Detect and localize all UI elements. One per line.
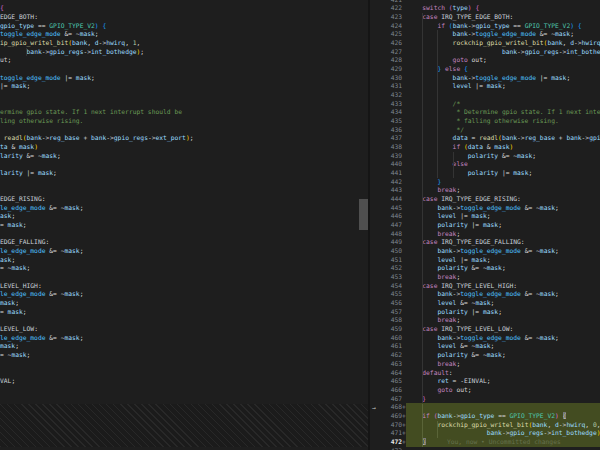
modified-code-line[interactable]: bank->toggle_edge_mode &= ~mask; [406,204,600,213]
line-number[interactable]: 458 [370,316,402,325]
line-number[interactable]: 441 [370,169,402,178]
line-number[interactable]: 428 [370,56,402,65]
modified-code-line[interactable]: case IRQ_TYPE_LEVEL_HIGH: [406,282,600,291]
modified-code-line[interactable]: break; [406,273,600,282]
line-number[interactable]: 438 [370,143,402,152]
modified-code-line[interactable]: polarity |= mask; [406,308,600,317]
line-number[interactable]: 446 [370,212,402,221]
original-code-line[interactable] [0,230,368,239]
line-number[interactable]: 439 [370,152,402,161]
line-number[interactable]: 442 [370,178,402,187]
original-code-area[interactable]: {EDGE_BOTH:gpio_type == GPIO_TYPE_V2) {t… [0,0,368,450]
original-code-line[interactable]: { [0,4,368,13]
original-code-line[interactable]: ask; [0,256,368,265]
original-code-line[interactable]: le_edge_mode &= ~mask; [0,334,368,343]
line-number[interactable]: 462 [370,351,402,360]
modified-code-line[interactable]: case IRQ_TYPE_EDGE_FALLING: [406,238,600,247]
line-number[interactable]: 453 [370,273,402,282]
original-code-line[interactable]: le_edge_mode &= ~mask; [0,247,368,256]
original-code-line[interactable]: VAL; [0,377,368,386]
original-code-line[interactable]: = mask; [0,221,368,230]
original-code-line[interactable]: ermine gpio state. If 1 next interrupt s… [0,108,368,117]
original-code-line[interactable]: = ~mask; [0,351,368,360]
modified-code-line[interactable]: level &= ~mask; [406,299,600,308]
line-number[interactable]: 466 [370,386,402,395]
line-number[interactable]: 445 [370,204,402,213]
line-number[interactable]: 437 [370,134,402,143]
original-code-line[interactable]: larity |= mask; [0,169,368,178]
original-code-line[interactable]: toggle_edge_mode |= mask; [0,74,368,83]
line-number[interactable]: 469 [370,412,402,421]
left-scrollbar[interactable] [358,0,368,450]
original-code-line[interactable] [0,178,368,187]
line-number[interactable]: 443 [370,186,402,195]
added-code-line[interactable]: }You, now • Uncommitted changes [406,438,600,447]
modified-code-line[interactable] [406,447,600,450]
modified-code-line[interactable]: polarity &= ~mask; [406,264,600,273]
added-code-line[interactable] [406,403,600,412]
modified-code-line[interactable]: data = readl(bank->reg_base + bank->gpio… [406,134,600,143]
line-number[interactable]: 433 [370,100,402,109]
original-code-line[interactable]: ling otherwise rising. [0,117,368,126]
original-code-line[interactable]: ask; [0,212,368,221]
modified-code-line[interactable]: goto out; [406,386,600,395]
line-number[interactable]: 472 [370,438,402,447]
original-code-line[interactable] [0,100,368,109]
modified-code-line[interactable]: break; [406,230,600,239]
modified-code-line[interactable]: case IRQ_TYPE_EDGE_RISING: [406,195,600,204]
original-code-line[interactable] [0,273,368,282]
modified-code-line[interactable]: case IRQ_TYPE_LEVEL_LOW: [406,325,600,334]
modified-code-line[interactable]: else [406,160,600,169]
original-code-line[interactable]: mask; [0,342,368,351]
line-number[interactable]: 451 [370,256,402,265]
original-code-line[interactable]: larity &= ~mask; [0,152,368,161]
original-code-line[interactable] [0,369,368,378]
line-number[interactable]: 423 [370,13,402,22]
original-code-line[interactable]: EDGE_BOTH: [0,13,368,22]
original-code-line[interactable] [0,447,368,450]
line-number[interactable]: 454 [370,282,402,291]
line-number[interactable]: 467 [370,395,402,404]
original-code-line[interactable] [0,395,368,404]
line-number[interactable]: 452 [370,264,402,273]
original-code-line[interactable] [0,126,368,135]
original-code-line[interactable]: ta & mask) [0,143,368,152]
modified-code-line[interactable]: if (data & mask) [406,143,600,152]
original-code-line[interactable] [0,160,368,169]
line-number[interactable]: 422 [370,4,402,13]
modified-code-line[interactable]: level |= mask; [406,212,600,221]
original-code-line[interactable] [0,91,368,100]
original-code-line[interactable]: bank->gpio_regs->int_bothedge); [0,48,368,57]
line-number[interactable]: 456 [370,299,402,308]
modified-code-line[interactable]: level &= ~mask; [406,342,600,351]
modified-code-line[interactable]: polarity |= mask; [406,169,600,178]
line-number[interactable]: 449 [370,238,402,247]
line-number[interactable]: 463 [370,360,402,369]
modified-code-line[interactable]: goto out; [406,56,600,65]
original-code-line[interactable] [0,316,368,325]
modified-code-line[interactable]: case IRQ_TYPE_EDGE_BOTH: [406,13,600,22]
line-number[interactable]: 450 [370,247,402,256]
original-code-line[interactable]: ip_gpio_writel_bit(bank, d->hwirq, 1, [0,39,368,48]
line-number[interactable]: 471 [370,429,402,438]
original-code-line[interactable]: le_edge_mode &= ~mask; [0,204,368,213]
original-code-line[interactable]: ut; [0,56,368,65]
original-code-line[interactable]: LEVEL_HIGH: [0,282,368,291]
modified-code-line[interactable]: } [406,395,600,404]
line-number[interactable]: 435 [370,117,402,126]
line-number[interactable]: 459 [370,325,402,334]
modified-code-line[interactable]: level |= mask; [406,82,600,91]
original-code-line[interactable] [0,186,368,195]
line-number[interactable]: 461 [370,342,402,351]
line-number[interactable]: 430 [370,74,402,83]
original-code-line[interactable]: le_edge_mode &= ~mask; [0,290,368,299]
line-number[interactable]: 429 [370,65,402,74]
original-code-line[interactable]: mask; [0,299,368,308]
line-number[interactable]: 460 [370,334,402,343]
modified-code-line[interactable]: switch (type) { [406,4,600,13]
modified-code-line[interactable]: */ [406,126,600,135]
line-number[interactable]: 444 [370,195,402,204]
modified-code-line[interactable]: bank->toggle_edge_mode |= mask; [406,74,600,83]
line-number[interactable]: 470 [370,421,402,430]
modified-code-area[interactable]: switch (type) { case IRQ_TYPE_EDGE_BOTH:… [406,0,600,450]
